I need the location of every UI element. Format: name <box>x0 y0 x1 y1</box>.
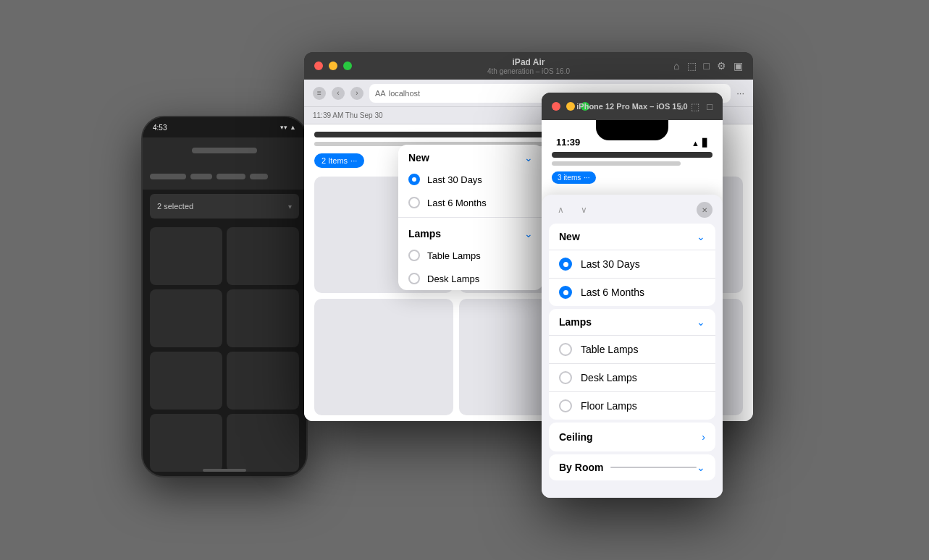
dropdown-section2-title: Lamps <box>408 228 441 239</box>
search-line2 <box>190 174 212 179</box>
maximize-button[interactable] <box>343 61 352 70</box>
iphone-panel-byroom-title: By Room <box>559 462 603 473</box>
forward-button[interactable]: › <box>350 87 363 100</box>
search-line1 <box>150 174 186 179</box>
byroom-divider-line <box>610 467 697 468</box>
grid-item-4[interactable] <box>227 289 299 347</box>
iphone-panel-section-new-header[interactable]: New ⌄ <box>549 224 715 250</box>
mac-window-subtitle: 4th generation – iOS 16.0 <box>487 67 570 75</box>
iphone-radio-floor-lamps[interactable] <box>559 399 572 412</box>
iphone-radio-table-lamps[interactable] <box>559 343 572 356</box>
dropdown-item-last6months-label: Last 6 Months <box>427 198 487 208</box>
mac-titlebar: iPad Air 4th generation – iOS 16.0 ⌂ ⬚ □… <box>304 52 753 80</box>
radio-table-lamps[interactable] <box>408 250 420 261</box>
radio-desk-lamps[interactable] <box>408 273 420 284</box>
iphone-screenshot-icon[interactable]: ⬚ <box>691 101 699 112</box>
iphone-radio-last6months[interactable] <box>559 286 572 299</box>
dropdown-item-last30[interactable]: Last 30 Days <box>398 168 543 191</box>
iphone-time: 11:39 <box>556 137 580 148</box>
iphone-panel-item-last6months[interactable]: Last 6 Months <box>549 279 715 306</box>
iphone-panel-section-new: New ⌄ Last 30 Days Last 6 Months <box>549 224 715 306</box>
grid-item-1[interactable] <box>150 227 222 285</box>
iphone-panel-item-desk-lamps[interactable]: Desk Lamps <box>549 364 715 392</box>
iphone-status-icons: ▲ ▊ <box>692 138 708 148</box>
dropdown-item-last6months[interactable]: Last 6 Months <box>398 191 543 214</box>
grid-item-6[interactable] <box>227 352 299 410</box>
grid-item-3[interactable] <box>150 289 222 347</box>
iphone-panel-section-ceiling: Ceiling › <box>549 423 715 451</box>
address-text: localhost <box>389 89 420 98</box>
iphone-panel-nav: ∧ ∨ <box>552 203 592 217</box>
panel-up-btn[interactable]: ∧ <box>552 203 569 217</box>
display-icon[interactable]: ▣ <box>733 60 743 72</box>
close-button[interactable] <box>314 61 323 70</box>
iphone-panel-new-title: New <box>559 231 580 242</box>
android-toolbar <box>143 137 306 164</box>
iphone-panel-item-table-lamps[interactable]: Table Lamps <box>549 336 715 364</box>
iphone-dropdown-panel: ∧ ∨ ✕ New ⌄ Last 30 Days Last 6 Months <box>542 195 723 498</box>
more-icon[interactable]: ··· <box>736 88 744 98</box>
iphone-filter-row: 3 items ··· <box>552 171 712 190</box>
iphone-panel-byroom-row[interactable]: By Room ⌄ <box>549 454 715 480</box>
dropdown-item-last30-label: Last 30 Days <box>427 174 482 185</box>
android-phone: 4:53 ▾▾ ▲ 2 selected ▾ <box>141 116 308 478</box>
android-time: 4:53 <box>153 124 167 132</box>
grid-item-2[interactable] <box>227 227 299 285</box>
iphone-win-titlebar: iPhone 12 Pro Max – iOS 15.0 ⌂ ⬚ □ <box>542 93 723 120</box>
mac-window-title-group: iPad Air 4th generation – iOS 16.0 <box>487 57 570 75</box>
camera-icon[interactable]: ⬚ <box>687 60 697 72</box>
title-line2 <box>552 161 681 166</box>
radio-last30[interactable] <box>408 174 420 185</box>
android-search-bar <box>143 164 306 190</box>
mac-toolbar-icons: ⌂ ⬚ □ ⚙ ▣ <box>673 60 743 72</box>
grid-item-7[interactable] <box>150 414 222 472</box>
iphone-radio-last30[interactable] <box>559 258 572 271</box>
iphone-radio-desk-lamps[interactable] <box>559 371 572 384</box>
iphone-home-icon[interactable]: ⌂ <box>678 101 684 112</box>
filter-chip-text: 2 Items <box>321 156 348 165</box>
iphone-close-button[interactable] <box>552 102 560 111</box>
dropdown-section1-title: New <box>408 152 429 164</box>
dropdown-item-desk-lamps-label: Desk Lamps <box>427 273 479 284</box>
grid-item-5[interactable] <box>150 352 222 410</box>
settings-icon[interactable]: ⚙ <box>717 60 726 72</box>
iphone-panel-section-lamps: Lamps ⌄ Table Lamps Desk Lamps Floor Lam… <box>549 309 715 420</box>
back-button[interactable]: ‹ <box>332 87 345 100</box>
ipad-dropdown: New ⌄ Last 30 Days Last 6 Months Lamps ⌄… <box>398 145 543 290</box>
iphone-panel-item-last30[interactable]: Last 30 Days <box>549 250 715 279</box>
sidebar-toggle[interactable]: ≡ <box>313 87 326 100</box>
iphone-minimize-button[interactable] <box>566 102 575 111</box>
iphone-panel-item-last6months-label: Last 6 Months <box>581 287 644 298</box>
battery-icon: ▊ <box>702 138 708 148</box>
iphone-share-icon[interactable]: □ <box>707 101 712 112</box>
radio-last6months[interactable] <box>408 197 420 208</box>
filter-chip[interactable]: 2 Items ··· <box>314 153 364 168</box>
dropdown-item-table-lamps[interactable]: Table Lamps <box>398 244 543 267</box>
panel-close-btn[interactable]: ✕ <box>697 202 712 218</box>
title-line1 <box>552 152 712 158</box>
share-icon[interactable]: □ <box>704 60 710 72</box>
minimize-button[interactable] <box>329 61 337 70</box>
iphone-panel-desk-lamps-label: Desk Lamps <box>581 372 637 383</box>
iphone-panel-item-last30-label: Last 30 Days <box>581 258 640 270</box>
android-toolbar-title-bar <box>192 148 257 153</box>
dropdown-section2-header[interactable]: Lamps ⌄ <box>398 221 543 244</box>
dropdown-section1-header[interactable]: New ⌄ <box>398 145 543 168</box>
android-grid <box>143 223 306 476</box>
grid-item-8[interactable] <box>227 414 299 472</box>
panel-down-btn[interactable]: ∨ <box>575 203 592 217</box>
home-icon[interactable]: ⌂ <box>673 60 679 72</box>
dropdown-item-table-lamps-label: Table Lamps <box>427 250 481 261</box>
android-nav-bar <box>203 469 246 472</box>
dropdown-item-desk-lamps[interactable]: Desk Lamps <box>398 267 543 290</box>
wifi-icon: ▾▾ <box>280 124 287 131</box>
iphone-panel-section-lamps-header[interactable]: Lamps ⌄ <box>549 309 715 336</box>
search-line4 <box>250 174 268 179</box>
iphone-panel-ceiling-row[interactable]: Ceiling › <box>549 423 715 451</box>
iphone-panel-lamps-chevron: ⌄ <box>697 316 705 328</box>
android-selector[interactable]: 2 selected ▾ <box>150 194 299 219</box>
iphone-panel-section-byroom: By Room ⌄ <box>549 454 715 480</box>
ipad-grid-item-4[interactable] <box>314 299 453 415</box>
iphone-panel-item-floor-lamps[interactable]: Floor Lamps <box>549 392 715 420</box>
iphone-filter-chip[interactable]: 3 items ··· <box>552 171 596 184</box>
